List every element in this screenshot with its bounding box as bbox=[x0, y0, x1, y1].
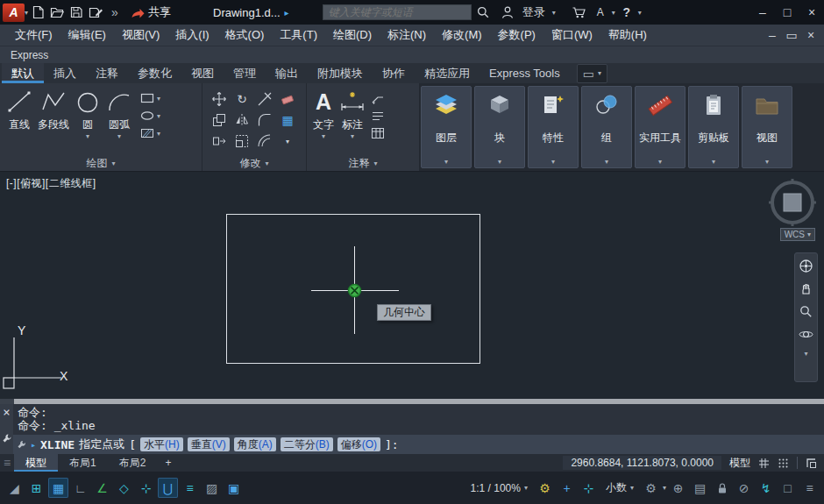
layers-panel-button[interactable]: 图层 bbox=[421, 86, 472, 168]
text-tool[interactable]: A 文字 bbox=[310, 89, 337, 140]
graphics-performance-icon[interactable] bbox=[756, 478, 776, 498]
grid-display-icon[interactable] bbox=[758, 458, 770, 469]
ribbon-tab-view[interactable]: 视图 bbox=[181, 63, 224, 83]
qat-overflow-button[interactable] bbox=[105, 3, 124, 22]
rectangle-tool[interactable] bbox=[140, 90, 160, 106]
dimension-dropdown-icon[interactable] bbox=[351, 132, 354, 140]
share-button[interactable]: 共享 bbox=[124, 4, 176, 20]
rotate-icon[interactable] bbox=[231, 89, 253, 110]
menu-tools[interactable]: 工具(T) bbox=[272, 25, 325, 46]
ortho-mode-icon[interactable] bbox=[70, 478, 90, 498]
open-file-button[interactable] bbox=[47, 3, 67, 22]
option-angle[interactable]: 角度(A) bbox=[234, 437, 276, 451]
command-wrench-icon[interactable] bbox=[2, 433, 12, 444]
command-close-icon[interactable] bbox=[3, 405, 10, 419]
workspace-switching-icon[interactable] bbox=[641, 478, 661, 498]
ribbon-tab-manage[interactable]: 管理 bbox=[224, 63, 266, 83]
quick-properties-icon[interactable] bbox=[690, 478, 710, 498]
view-panel-button[interactable]: 视图 bbox=[742, 86, 792, 168]
mirror-icon[interactable] bbox=[231, 110, 253, 131]
ribbon-tab-insert[interactable]: 插入 bbox=[44, 63, 86, 83]
groups-panel-button[interactable]: 组 bbox=[581, 86, 632, 168]
menu-parametric[interactable]: 参数(P) bbox=[490, 25, 543, 46]
drawing-canvas[interactable]: [-][俯视][二维线框] 几何中心 Y X WCS bbox=[0, 171, 824, 399]
infer-constraints-icon[interactable] bbox=[4, 478, 25, 498]
trim-icon[interactable] bbox=[253, 89, 276, 110]
annotation-scale-control[interactable]: 1:1 / 100% bbox=[465, 482, 533, 494]
wcs-selector[interactable]: WCS bbox=[780, 228, 815, 241]
option-vertical[interactable]: 垂直(V) bbox=[188, 437, 230, 451]
minimize-button[interactable] bbox=[750, 0, 775, 25]
dimension-tool[interactable]: 标注 bbox=[337, 89, 368, 140]
user-icon[interactable] bbox=[498, 3, 517, 22]
orbit-icon[interactable] bbox=[799, 327, 813, 342]
clipboard-panel-button[interactable]: 剪贴板 bbox=[688, 86, 739, 168]
search-input[interactable] bbox=[323, 4, 472, 20]
ribbon-tab-annotate[interactable]: 注释 bbox=[86, 63, 128, 83]
units-control[interactable]: 小数 bbox=[600, 480, 639, 495]
pan-hand-icon[interactable] bbox=[799, 281, 813, 296]
doc-restore-button[interactable] bbox=[782, 26, 801, 44]
viewcube[interactable] bbox=[768, 176, 817, 227]
help-button[interactable] bbox=[617, 3, 636, 22]
modify-more-icon[interactable] bbox=[276, 131, 299, 152]
menu-help[interactable]: 帮助(H) bbox=[600, 25, 655, 46]
menu-format[interactable]: 格式(O) bbox=[217, 25, 273, 46]
object-snap-icon[interactable] bbox=[158, 478, 178, 498]
autoscale-icon[interactable] bbox=[557, 478, 577, 498]
selection-cycling-icon[interactable] bbox=[224, 478, 244, 498]
circle-dropdown-icon[interactable] bbox=[86, 132, 89, 140]
lineweight-icon[interactable] bbox=[180, 478, 200, 498]
menu-draw[interactable]: 绘图(D) bbox=[325, 25, 380, 46]
workspace-chevron-icon[interactable] bbox=[663, 484, 666, 492]
transparency-icon[interactable] bbox=[202, 478, 222, 498]
command-history[interactable]: 命令: 命令: _xline bbox=[18, 404, 824, 432]
snap-dots-icon[interactable] bbox=[778, 458, 789, 469]
lock-ui-icon[interactable] bbox=[712, 478, 732, 498]
search-button[interactable] bbox=[473, 3, 493, 22]
autodesk-apps-button[interactable] bbox=[591, 3, 610, 22]
close-button[interactable] bbox=[799, 0, 824, 25]
clean-screen-icon[interactable] bbox=[778, 478, 798, 498]
option-horizontal[interactable]: 水平(H) bbox=[140, 437, 183, 451]
menu-modify[interactable]: 修改(M) bbox=[434, 25, 490, 46]
block-panel-button[interactable]: 块 bbox=[474, 86, 525, 168]
isodraft-icon[interactable] bbox=[114, 478, 134, 498]
option-bisect[interactable]: 二等分(B) bbox=[281, 437, 333, 451]
ribbon-tab-collaborate[interactable]: 协作 bbox=[373, 63, 415, 83]
draw-panel-title[interactable]: 绘图 bbox=[0, 155, 202, 171]
layout-grip-icon[interactable] bbox=[0, 456, 14, 470]
isolate-objects-icon[interactable] bbox=[734, 478, 754, 498]
navigation-wheel-icon[interactable] bbox=[799, 259, 813, 273]
copy-icon[interactable] bbox=[208, 110, 231, 131]
ribbon-tab-output[interactable]: 输出 bbox=[266, 63, 308, 83]
leader-tool[interactable] bbox=[371, 90, 385, 106]
document-title[interactable]: Drawing1.d... bbox=[213, 6, 289, 19]
ribbon-tab-express-tools[interactable]: Express Tools bbox=[479, 63, 570, 83]
coordinate-display[interactable]: 2960.8684, 1121.8073, 0.0000 bbox=[563, 456, 721, 470]
array-icon[interactable] bbox=[276, 110, 299, 131]
sign-in-button[interactable]: 登录 bbox=[519, 3, 549, 22]
arc-tool[interactable]: 圆弧 bbox=[103, 89, 135, 140]
circle-tool[interactable]: 圆 bbox=[72, 89, 103, 140]
navbar-more-icon[interactable] bbox=[804, 350, 807, 358]
fillet-icon[interactable] bbox=[253, 110, 276, 131]
offset-icon[interactable] bbox=[253, 131, 276, 152]
doc-close-button[interactable] bbox=[801, 26, 820, 44]
menu-window[interactable]: 窗口(W) bbox=[543, 25, 600, 46]
menu-express[interactable]: Express bbox=[11, 49, 48, 61]
sign-in-chevron-icon[interactable] bbox=[552, 9, 556, 17]
scale-icon[interactable] bbox=[231, 131, 253, 152]
model-space-toggle[interactable]: 模型 bbox=[729, 456, 750, 471]
layout-tab-model[interactable]: 模型 bbox=[14, 454, 58, 472]
save-as-button[interactable] bbox=[86, 3, 105, 22]
ribbon-display-toggle[interactable] bbox=[577, 64, 607, 83]
layout-tab-layout1[interactable]: 布局1 bbox=[58, 454, 108, 472]
menu-insert[interactable]: 插入(I) bbox=[167, 25, 217, 46]
zoom-icon[interactable] bbox=[799, 304, 813, 319]
ellipse-tool[interactable] bbox=[140, 108, 160, 124]
properties-panel-button[interactable]: 特性 bbox=[528, 86, 579, 168]
layout-tab-layout2[interactable]: 布局2 bbox=[108, 454, 158, 472]
ribbon-tab-featured-apps[interactable]: 精选应用 bbox=[415, 63, 479, 83]
command-tools-icon[interactable] bbox=[17, 440, 26, 450]
